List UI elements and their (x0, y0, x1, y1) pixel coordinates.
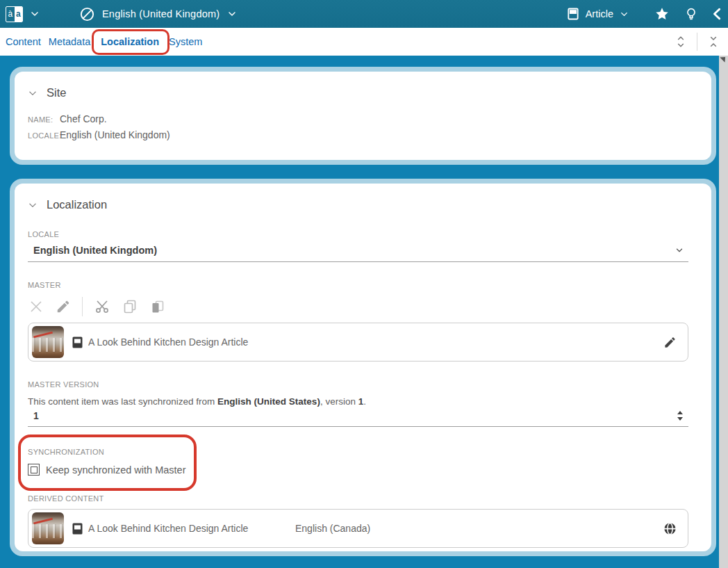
edit-pencil-icon[interactable] (56, 299, 71, 314)
master-item-title: A Look Behind Kitchen Design Article (88, 336, 248, 348)
expand-all-icon[interactable] (675, 35, 687, 49)
derived-item-locale: English (Canada) (295, 523, 370, 534)
collapse-all-icon[interactable] (707, 35, 720, 49)
site-section-title: Site (47, 86, 66, 99)
form-tab-bar: Content Metadata Localization System (0, 28, 728, 56)
site-name-row: NAME: Chef Corp. (28, 113, 698, 124)
derived-item-thumbnail (32, 512, 64, 544)
copy-icon[interactable] (122, 298, 138, 315)
tab-localization[interactable]: Localization (101, 36, 159, 47)
tab-content[interactable]: Content (6, 36, 41, 47)
translate-icon-right: a (15, 7, 23, 22)
block-icon (79, 6, 95, 22)
derived-item-globe-icon[interactable] (663, 522, 677, 535)
site-locale-label: LOCALE: (28, 131, 60, 140)
translate-icon[interactable]: à a (6, 6, 23, 22)
site-name-label: NAME: (28, 115, 60, 124)
localization-section-header[interactable]: Localization (28, 184, 107, 211)
master-version-input[interactable]: 1 (28, 408, 688, 427)
master-item-thumbnail (32, 326, 64, 358)
sync-message-suffix: . (363, 396, 366, 407)
toolbar-divider (82, 297, 83, 316)
master-version-label: MASTER VERSION (28, 380, 698, 389)
header-locale-selector[interactable]: English (United Kingdom) (79, 6, 238, 22)
content-type-selector[interactable]: Article (566, 7, 629, 21)
content-type-label: Article (586, 8, 613, 19)
editor-page: à a English (United Kingdom) Article (0, 0, 728, 568)
locale-select[interactable]: English (United Kingdom) (28, 243, 688, 262)
version-spinner-icon[interactable] (676, 410, 684, 421)
header-locale-label: English (United Kingdom) (102, 8, 220, 19)
localization-section-title: Localization (47, 198, 107, 211)
lightbulb-icon[interactable] (684, 6, 699, 22)
article-icon (566, 7, 580, 21)
localization-collapse-chevron-icon (28, 200, 38, 210)
localization-section-card: Localization LOCALE English (United King… (10, 179, 716, 556)
synchronization-annotation (18, 435, 197, 491)
master-item-card[interactable]: A Look Behind Kitchen Design Article (28, 323, 688, 362)
cut-scissors-icon[interactable] (94, 298, 110, 315)
sync-message-prefix: This content item was last synchronized … (28, 396, 217, 407)
site-name-value: Chef Corp. (60, 113, 698, 124)
sync-message-middle: , version (320, 396, 358, 407)
site-locale-row: LOCALE: English (United Kingdom) (28, 129, 698, 140)
derived-content-label: DERIVED CONTENT (28, 494, 698, 503)
site-section-card: Site NAME: Chef Corp. LOCALE: English (U… (10, 67, 716, 165)
keep-synchronized-checkbox[interactable] (28, 464, 40, 476)
master-version-value: 1 (33, 410, 39, 421)
keep-synchronized-label: Keep synchronized with Master (46, 464, 186, 476)
derived-item-title: A Look Behind Kitchen Design Article (88, 523, 248, 534)
header-locale-chevron-down-icon (226, 8, 238, 19)
site-collapse-chevron-icon (28, 88, 38, 98)
tab-localization-wrap: Localization (98, 35, 163, 48)
synchronization-label: SYNCHRONIZATION (28, 448, 104, 456)
master-item-edit-pencil-icon[interactable] (663, 336, 677, 349)
derived-item-article-icon (72, 523, 83, 535)
locale-field-label: LOCALE (28, 230, 698, 238)
top-header-bar: à a English (United Kingdom) Article (0, 0, 728, 28)
master-toolbar (28, 297, 698, 316)
content-type-chevron-down-icon (619, 9, 629, 19)
logo-chevron-down-icon[interactable] (29, 8, 40, 19)
keep-synchronized-row[interactable]: Keep synchronized with Master (28, 464, 186, 476)
clear-icon[interactable] (28, 298, 44, 315)
locale-select-chevron-down-icon (675, 245, 684, 255)
site-section-header[interactable]: Site (28, 72, 66, 99)
site-locale-value: English (United Kingdom) (60, 129, 698, 140)
derived-item-card[interactable]: A Look Behind Kitchen Design Article Eng… (28, 509, 688, 548)
paste-icon[interactable] (149, 298, 166, 315)
tab-system[interactable]: System (169, 36, 202, 47)
synchronization-group: SYNCHRONIZATION Keep synchronized with M… (28, 445, 186, 476)
favorite-star-icon[interactable] (654, 6, 670, 22)
collapse-panel-chevron-left-icon[interactable] (710, 6, 725, 22)
master-field-label: MASTER (28, 281, 698, 289)
master-item-article-icon (72, 336, 83, 348)
tab-metadata[interactable]: Metadata (49, 36, 90, 47)
tabbar-divider (697, 33, 697, 51)
scrollbar-arrow-icon (720, 54, 727, 62)
sync-message-locale: English (United States) (217, 396, 320, 407)
master-version-message: This content item was last synchronized … (28, 396, 698, 407)
locale-select-value: English (United Kingdom) (33, 245, 157, 256)
translate-icon-left: à (6, 7, 15, 22)
vertical-scrollbar[interactable] (719, 56, 728, 568)
